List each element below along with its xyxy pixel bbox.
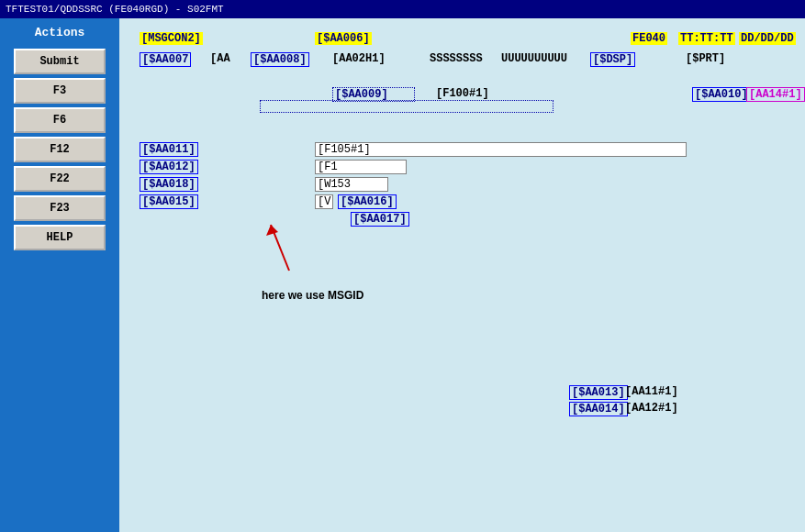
- sprt-field: [$PRT]: [686, 52, 725, 65]
- aa006-field[interactable]: [$AA006]: [315, 32, 372, 45]
- w153-field[interactable]: [W153: [315, 177, 388, 192]
- f22-button[interactable]: F22: [14, 166, 106, 192]
- dd-dd-dd-field[interactable]: DD/DD/DD: [739, 32, 796, 45]
- fe040-field[interactable]: FE040: [631, 32, 667, 45]
- aa012-field[interactable]: [$AA012]: [140, 160, 198, 174]
- aa013-field[interactable]: [$AA013]: [569, 385, 628, 400]
- submit-button[interactable]: Submit: [14, 49, 106, 74]
- aa017-field[interactable]: [$AA017]: [351, 212, 409, 227]
- f23-button[interactable]: F23: [14, 195, 106, 221]
- aa011-field[interactable]: [$AA011]: [140, 142, 198, 157]
- main-layout: Actions Submit F3 F6 F12 F22 F23 HELP [M…: [0, 18, 805, 532]
- input-box-row3[interactable]: [260, 100, 553, 113]
- help-button[interactable]: HELP: [14, 225, 106, 250]
- svg-marker-1: [266, 225, 278, 236]
- aa014-field[interactable]: [$AA014]: [569, 402, 628, 416]
- f12-button[interactable]: F12: [14, 137, 106, 162]
- sdsp-field[interactable]: [$DSP]: [590, 52, 635, 67]
- f3-button[interactable]: F3: [14, 78, 106, 104]
- arrow-annotation: [262, 216, 307, 283]
- sidebar: Actions Submit F3 F6 F12 F22 F23 HELP: [0, 18, 119, 532]
- aa14h1-field[interactable]: [AA14#1]: [746, 87, 805, 102]
- aa018-field[interactable]: [$AA018]: [140, 177, 198, 192]
- sidebar-heading: Actions: [35, 26, 85, 39]
- f105h1-field[interactable]: [F105#1]: [315, 142, 687, 157]
- tt-tt-tt-field[interactable]: TT:TT:TT: [678, 32, 735, 45]
- annotation-text: here we use MSGID: [262, 289, 363, 302]
- aa016-field[interactable]: [$AA016]: [338, 194, 397, 209]
- aa007-field[interactable]: [$AA007: [140, 52, 191, 67]
- aa010-field[interactable]: [$AA010]: [692, 87, 751, 102]
- uuuuuuuuuu-field: UUUUUUUUUU: [501, 52, 567, 65]
- title-text: TFTEST01/QDDSSRC (FE040RGD) - S02FMT: [6, 4, 224, 15]
- aa02h1-field: [AA02H1]: [332, 52, 386, 65]
- f1-field[interactable]: [F1: [315, 160, 407, 174]
- v-field[interactable]: [V: [315, 194, 333, 209]
- f100h1-field: [F100#1]: [436, 87, 489, 100]
- ssssssss-field: SSSSSSSS: [430, 52, 483, 65]
- aa008-field[interactable]: [$AA008]: [251, 52, 309, 67]
- arrow-svg: [262, 216, 307, 280]
- title-bar: TFTEST01/QDDSSRC (FE040RGD) - S02FMT: [0, 0, 805, 18]
- aa015-field[interactable]: [$AA015]: [140, 194, 198, 209]
- aa-bracket-field: [AA: [210, 52, 230, 65]
- msgcon2-field[interactable]: [MSGCON2]: [140, 32, 203, 45]
- aa12h1-field: [AA12#1]: [625, 402, 678, 415]
- content-area: [MSGCON2] [$AA006] FE040 TT:TT:TT DD/DD/…: [119, 18, 805, 532]
- f6-button[interactable]: F6: [14, 107, 106, 133]
- aa11h1-field: [AA11#1]: [625, 385, 678, 398]
